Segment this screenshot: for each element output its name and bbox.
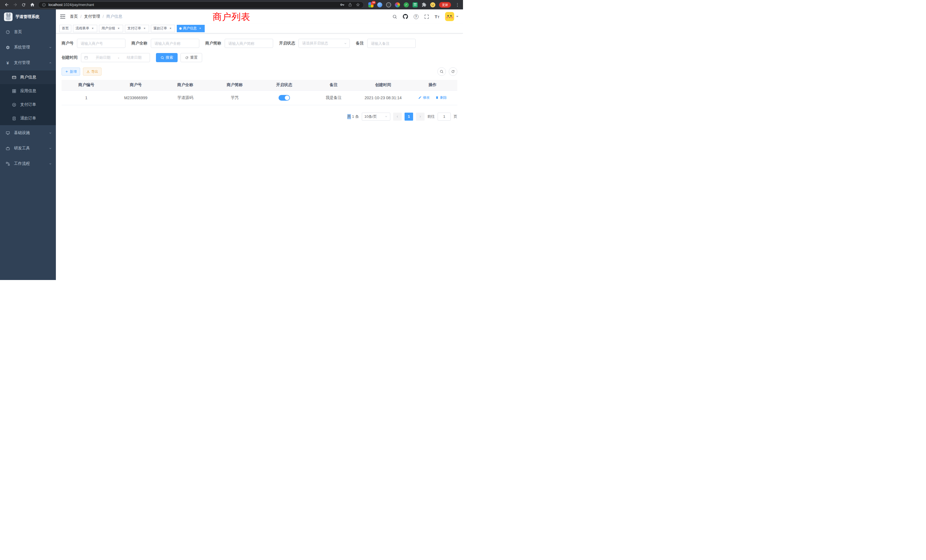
- chevron-down-icon: [344, 42, 347, 45]
- status-toggle[interactable]: [278, 95, 290, 101]
- profile-avatar-icon[interactable]: [430, 2, 435, 8]
- browser-nav-buttons: [3, 1, 36, 9]
- order-circle-icon: [12, 102, 16, 107]
- user-avatar[interactable]: [445, 12, 459, 21]
- sidebar-item-pay-order[interactable]: 支付订单: [0, 98, 56, 112]
- close-icon[interactable]: ×: [91, 27, 95, 30]
- extension-icon-2[interactable]: [377, 2, 382, 8]
- edit-button[interactable]: 修改: [418, 95, 430, 100]
- form-item-short-name: 商户简称: [205, 39, 273, 48]
- sidebar-item-workflow[interactable]: 工作流程: [0, 156, 56, 171]
- sidebar-item-app-info[interactable]: 应用信息: [0, 84, 56, 98]
- sidebar-item-home[interactable]: 首页: [0, 24, 56, 39]
- chevron-down-icon: [49, 46, 52, 49]
- col-header-remark: 备注: [309, 80, 359, 90]
- search-icon[interactable]: [392, 14, 397, 19]
- url-text[interactable]: localhost:1024/pay/merchant: [48, 3, 337, 7]
- remark-input[interactable]: [367, 39, 416, 48]
- add-button[interactable]: 新增: [62, 68, 80, 76]
- short-name-input[interactable]: [225, 39, 273, 48]
- browser-reload-button[interactable]: [20, 1, 27, 9]
- tag-refund-order[interactable]: 退款订单×: [151, 25, 175, 32]
- extension-icon-3[interactable]: [386, 2, 391, 8]
- sidebar-item-merchant-info[interactable]: 商户信息: [0, 70, 56, 84]
- bookmark-star-icon[interactable]: [356, 3, 360, 7]
- browser-back-button[interactable]: [3, 1, 10, 9]
- chevron-down-icon: [49, 162, 52, 165]
- prev-page-button[interactable]: [393, 113, 402, 121]
- help-icon[interactable]: ?: [414, 14, 419, 19]
- app-logo[interactable]: 芋道管理系统: [0, 9, 56, 24]
- sidebar-item-label: 首页: [14, 29, 52, 35]
- page-content: 商户号 商户全称 商户简称 开启状态 请选择开启状态: [56, 33, 463, 280]
- extensions-puzzle-icon[interactable]: [421, 2, 427, 8]
- page-unit-label: 页: [454, 114, 457, 119]
- password-key-icon[interactable]: [340, 3, 344, 7]
- cell-merchant-id: 1: [62, 90, 111, 105]
- github-icon[interactable]: [403, 14, 408, 19]
- refresh-table-button[interactable]: [449, 67, 457, 76]
- start-date-placeholder: 开始日期: [90, 55, 116, 60]
- export-button[interactable]: 导出: [83, 68, 101, 76]
- merchant-no-input[interactable]: [77, 39, 126, 48]
- table-toolbar: 新增 导出: [62, 67, 457, 76]
- toggle-search-button[interactable]: [437, 67, 446, 76]
- site-info-icon[interactable]: [42, 3, 46, 7]
- fullscreen-icon[interactable]: [424, 14, 429, 19]
- page-1-button[interactable]: 1: [404, 113, 413, 121]
- extension-icon-6[interactable]: [413, 2, 418, 8]
- sidebar-item-label: 支付管理: [14, 60, 45, 65]
- sidebar-menu: 首页 系统管理 ¥ 支付管理 商户信息: [0, 24, 56, 280]
- delete-button[interactable]: 删除: [435, 95, 447, 100]
- reset-button[interactable]: 重置: [180, 53, 202, 62]
- col-header-status: 开启状态: [259, 80, 309, 90]
- goto-page-input[interactable]: [437, 113, 451, 121]
- browser-address-bar[interactable]: localhost:1024/pay/merchant: [38, 2, 364, 8]
- page-size-select[interactable]: 10条/页: [362, 113, 390, 121]
- cell-status: [259, 90, 309, 105]
- sidebar-toggle-icon[interactable]: [60, 14, 65, 19]
- status-label: 开启状态: [279, 41, 295, 46]
- short-name-label: 商户简称: [205, 41, 221, 46]
- calendar-icon: [84, 56, 88, 60]
- tag-home[interactable]: 首页: [59, 25, 71, 32]
- extension-icon-5[interactable]: ✓: [404, 2, 409, 8]
- close-icon[interactable]: ×: [142, 27, 147, 30]
- tag-process-form[interactable]: 流程表单×: [73, 25, 97, 32]
- sidebar-item-refund-order[interactable]: 退款订单: [0, 112, 56, 125]
- sidebar-item-payment[interactable]: ¥ 支付管理: [0, 55, 56, 70]
- share-icon[interactable]: [348, 3, 352, 7]
- col-header-create-time: 创建时间: [359, 80, 408, 90]
- font-size-icon[interactable]: TT: [435, 15, 439, 19]
- tag-pay-order[interactable]: 支付订单×: [125, 25, 149, 32]
- tag-user-group[interactable]: 用户分组×: [99, 25, 123, 32]
- close-icon[interactable]: ×: [117, 27, 121, 30]
- sidebar-item-dev-tools[interactable]: 研发工具: [0, 141, 56, 156]
- full-name-input[interactable]: [151, 39, 199, 48]
- breadcrumb-home[interactable]: 首页: [70, 14, 78, 19]
- tag-merchant-info[interactable]: 商户信息×: [177, 25, 205, 32]
- close-icon[interactable]: ×: [198, 27, 202, 30]
- extension-icon-4[interactable]: [395, 2, 400, 8]
- chrome-update-button[interactable]: 更新: [439, 2, 451, 8]
- create-time-range-picker[interactable]: 开始日期 - 结束日期: [81, 53, 150, 62]
- sidebar-submenu-payment: 商户信息 应用信息 支付订单 退款订单: [0, 70, 56, 125]
- next-page-button[interactable]: [416, 113, 425, 121]
- chrome-menu-icon[interactable]: ⋮: [455, 3, 460, 7]
- extension-icon-1[interactable]: 10: [368, 2, 374, 8]
- sidebar-item-infrastructure[interactable]: 基础设施: [0, 125, 56, 141]
- search-button[interactable]: 搜索: [156, 53, 178, 62]
- close-icon[interactable]: ×: [168, 27, 172, 30]
- browser-forward-button[interactable]: [11, 1, 19, 9]
- sidebar-item-label: 研发工具: [14, 146, 45, 151]
- col-header-short-name: 商户简称: [210, 80, 260, 90]
- chevron-left-icon: [396, 115, 399, 118]
- form-item-remark: 备注: [356, 39, 416, 48]
- total-prefix: 共: [347, 114, 351, 119]
- breadcrumb-section[interactable]: 支付管理: [84, 14, 100, 19]
- status-select[interactable]: 请选择开启状态: [298, 39, 350, 48]
- create-time-label: 创建时间: [62, 55, 77, 60]
- browser-home-button[interactable]: [29, 1, 36, 9]
- full-name-label: 商户全称: [132, 41, 147, 46]
- sidebar-item-system[interactable]: 系统管理: [0, 39, 56, 55]
